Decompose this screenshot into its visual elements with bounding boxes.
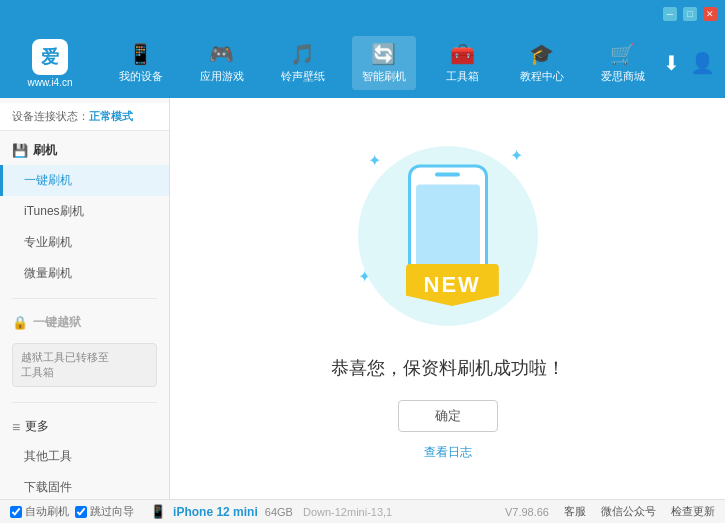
nav-label-mall: 爱思商城 xyxy=(601,69,645,84)
jailbreak-label: 一键越狱 xyxy=(33,314,81,331)
more-section-header: ≡ 更多 xyxy=(0,412,169,441)
device-phone-icon: 📱 xyxy=(150,504,166,519)
device-storage: 64GB xyxy=(265,506,293,518)
header: 爱 www.i4.cn 📱 我的设备 🎮 应用游戏 🎵 铃声壁纸 🔄 智能刷机 … xyxy=(0,28,725,98)
nav-label-ringtone: 铃声壁纸 xyxy=(281,69,325,84)
tutorial-icon: 🎓 xyxy=(529,42,554,66)
auto-flash-checkbox[interactable] xyxy=(10,506,22,518)
jailbreak-info-text: 越狱工具已转移至工具箱 xyxy=(21,351,109,378)
sparkle-icon-1: ✦ xyxy=(368,151,381,170)
logo-text: www.i4.cn xyxy=(27,77,72,88)
sidebar-item-pro-flash[interactable]: 专业刷机 xyxy=(0,227,169,258)
auto-flash-label: 自动刷机 xyxy=(25,504,69,519)
close-button[interactable]: ✕ xyxy=(703,7,717,21)
smart-flash-icon: 🔄 xyxy=(371,42,396,66)
nav-item-ringtone[interactable]: 🎵 铃声壁纸 xyxy=(271,36,335,90)
maximize-button[interactable]: □ xyxy=(683,7,697,21)
sidebar: 设备连接状态：正常模式 💾 刷机 一键刷机 iTunes刷机 专业刷机 微量刷机… xyxy=(0,98,170,499)
sidebar-divider-2 xyxy=(12,402,157,403)
success-title: 恭喜您，保资料刷机成功啦！ xyxy=(331,356,565,380)
bottom-bar-left: 自动刷机 跳过向导 📱 iPhone 12 mini 64GB Down-12m… xyxy=(10,504,392,519)
nav-items: 📱 我的设备 🎮 应用游戏 🎵 铃声壁纸 🔄 智能刷机 🧰 工具箱 🎓 教程中心… xyxy=(100,36,663,90)
flash-section: 💾 刷机 一键刷机 iTunes刷机 专业刷机 微量刷机 xyxy=(0,131,169,294)
jailbreak-header: 🔒 一键越狱 xyxy=(0,308,169,337)
sidebar-item-other-tools[interactable]: 其他工具 xyxy=(0,441,169,472)
support-link[interactable]: 客服 xyxy=(564,504,586,519)
more-section: ≡ 更多 其他工具 下载固件 高级功能 xyxy=(0,407,169,499)
version-text: V7.98.66 xyxy=(505,506,549,518)
nav-item-app-games[interactable]: 🎮 应用游戏 xyxy=(190,36,254,90)
device-name: iPhone 12 mini xyxy=(173,505,258,519)
success-illustration: ✦ ✦ ✦ NEW xyxy=(348,136,548,336)
nav-item-toolbox[interactable]: 🧰 工具箱 xyxy=(433,36,493,90)
title-bar-controls: ─ □ ✕ xyxy=(663,7,717,21)
device-icon: 📱 xyxy=(128,42,153,66)
phone-speaker xyxy=(435,173,460,177)
nav-label-smart-flash: 智能刷机 xyxy=(362,69,406,84)
nav-label-my-device: 我的设备 xyxy=(119,69,163,84)
main: 设备连接状态：正常模式 💾 刷机 一键刷机 iTunes刷机 专业刷机 微量刷机… xyxy=(0,98,725,499)
bottom-bar: 自动刷机 跳过向导 📱 iPhone 12 mini 64GB Down-12m… xyxy=(0,499,725,523)
nav-item-smart-flash[interactable]: 🔄 智能刷机 xyxy=(352,36,416,90)
sidebar-item-download-firmware[interactable]: 下载固件 xyxy=(0,472,169,499)
minimize-button[interactable]: ─ xyxy=(663,7,677,21)
sparkle-icon-2: ✦ xyxy=(510,146,523,165)
auto-flash-checkbox-wrap: 自动刷机 xyxy=(10,504,69,519)
content-area: ✦ ✦ ✦ NEW 恭喜您，保资料刷机成功啦！ 确定 查看日志 xyxy=(170,98,725,499)
sidebar-item-one-click-flash[interactable]: 一键刷机 xyxy=(0,165,169,196)
lock-icon: 🔒 xyxy=(12,315,28,330)
jailbreak-section: 🔒 一键越狱 越狱工具已转移至工具箱 xyxy=(0,303,169,398)
toolbox-icon: 🧰 xyxy=(450,42,475,66)
bottom-bar-right: V7.98.66 客服 微信公众号 检查更新 xyxy=(505,504,715,519)
status-value: 正常模式 xyxy=(89,110,133,122)
device-info: 📱 iPhone 12 mini 64GB xyxy=(150,504,293,519)
wechat-link[interactable]: 微信公众号 xyxy=(601,504,656,519)
nav-label-toolbox: 工具箱 xyxy=(446,69,479,84)
sidebar-item-micro-flash[interactable]: 微量刷机 xyxy=(0,258,169,289)
flash-icon: 💾 xyxy=(12,143,28,158)
device-model: Down-12mini-13,1 xyxy=(303,506,392,518)
app-games-icon: 🎮 xyxy=(209,42,234,66)
nav-label-app-games: 应用游戏 xyxy=(200,69,244,84)
check-update-link[interactable]: 检查更新 xyxy=(671,504,715,519)
more-section-title: 更多 xyxy=(25,418,49,435)
skip-wizard-checkbox[interactable] xyxy=(75,506,87,518)
ringtone-icon: 🎵 xyxy=(290,42,315,66)
jailbreak-info-box: 越狱工具已转移至工具箱 xyxy=(12,343,157,387)
user-button[interactable]: 👤 xyxy=(690,51,715,75)
nav-item-tutorial[interactable]: 🎓 教程中心 xyxy=(510,36,574,90)
sidebar-divider-1 xyxy=(12,298,157,299)
flash-section-header: 💾 刷机 xyxy=(0,136,169,165)
logo-icon: 爱 xyxy=(32,39,68,75)
connection-status: 设备连接状态：正常模式 xyxy=(0,103,169,131)
sidebar-item-itunes-flash[interactable]: iTunes刷机 xyxy=(0,196,169,227)
header-right: ⬇ 👤 xyxy=(663,51,715,75)
skip-wizard-label: 跳过向导 xyxy=(90,504,134,519)
title-bar: ─ □ ✕ xyxy=(0,0,725,28)
mall-icon: 🛒 xyxy=(610,42,635,66)
logo: 爱 www.i4.cn xyxy=(10,39,90,88)
menu-icon: ≡ xyxy=(12,419,20,435)
download-button[interactable]: ⬇ xyxy=(663,51,680,75)
confirm-button[interactable]: 确定 xyxy=(398,400,498,432)
view-log-link[interactable]: 查看日志 xyxy=(424,444,472,461)
nav-item-my-device[interactable]: 📱 我的设备 xyxy=(109,36,173,90)
skip-wizard-checkbox-wrap: 跳过向导 xyxy=(75,504,134,519)
nav-item-mall[interactable]: 🛒 爱思商城 xyxy=(591,36,655,90)
flash-section-title: 刷机 xyxy=(33,142,57,159)
nav-label-tutorial: 教程中心 xyxy=(520,69,564,84)
